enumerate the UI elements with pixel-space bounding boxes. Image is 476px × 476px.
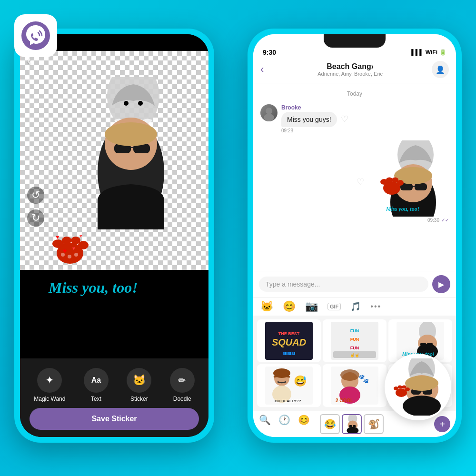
svg-text:😅: 😅: [294, 375, 307, 387]
wifi-icon: WiFi: [426, 49, 437, 56]
magic-wand-label: Magic Wand: [34, 396, 65, 402]
doodle-label: Doodle: [173, 396, 191, 402]
svg-point-33: [386, 178, 393, 183]
magic-wand-tool[interactable]: ✦ Magic Wand: [34, 368, 65, 402]
sent-sticker: Miss you, too!: [373, 140, 449, 217]
right-phone: 9:30 ▌▌▌ WiFi 🔋 ‹ Beach Gang› Adrienne, …: [248, 29, 462, 443]
outgoing-sticker-message: ♡: [260, 140, 449, 223]
search-sticker-icon[interactable]: 🔍: [259, 414, 271, 434]
editor-toolbar: ✦ Magic Wand Aa Text 🐱 Sticker ✏ Doodle: [20, 358, 208, 437]
miss-you-text: Miss you, too!: [49, 279, 199, 297]
incoming-message: Brooke Miss you guys! 09:28 ♡: [260, 104, 449, 133]
viber-logo: [14, 14, 57, 57]
sticker-time: 09:30: [427, 218, 439, 223]
avatar-image: [260, 104, 278, 121]
svg-point-19: [61, 253, 65, 257]
sender-name: Brooke: [281, 104, 337, 111]
emoji-panel-icon[interactable]: 😊: [283, 300, 296, 313]
svg-point-73: [347, 427, 359, 434]
add-sticker-button[interactable]: +: [434, 416, 450, 432]
camera-icon[interactable]: 📷: [305, 300, 318, 313]
svg-text:♥: ♥: [56, 234, 59, 240]
magic-wand-icon: ✦: [37, 368, 62, 393]
sticker-panel-icon[interactable]: 🐱: [260, 300, 273, 313]
text-icon: Aa: [84, 368, 109, 393]
svg-point-21: [68, 255, 71, 258]
sticker-cell-4[interactable]: 😅 OH REALLY??: [257, 364, 321, 407]
more-options-icon[interactable]: •••: [370, 302, 381, 311]
chat-messages: Today Brooke Miss you guys!: [253, 83, 456, 271]
read-ticks: ✓✓: [441, 218, 449, 223]
tool-buttons-row: ✦ Magic Wand Aa Text 🐱 Sticker ✏ Doodle: [25, 368, 204, 402]
message-text: Miss you guys!: [287, 116, 331, 123]
chat-title-area: Beach Gang› Adrienne, Amy, Brooke, Eric: [268, 62, 432, 77]
svg-point-35: [397, 180, 404, 186]
svg-text:SQUAD: SQUAD: [272, 337, 306, 347]
date-divider: Today: [260, 90, 449, 97]
svg-point-9: [105, 122, 157, 146]
undo-button[interactable]: ↺: [27, 187, 44, 204]
emoji-toolbar: 🐱 😊 📷 GIF 🎵 •••: [253, 297, 456, 316]
message-bubble: Miss you guys!: [281, 112, 337, 127]
sticker-thumb-2-selected[interactable]: [342, 414, 362, 434]
redo-button[interactable]: ↻: [27, 209, 44, 227]
status-icons: ▌▌▌ WiFi 🔋: [411, 49, 446, 56]
like-button[interactable]: ♡: [341, 114, 348, 124]
svg-text:2 COOL: 2 COOL: [336, 398, 353, 403]
left-phone: ‹: [14, 29, 214, 443]
svg-text:Miss you, too!: Miss you, too!: [386, 206, 419, 212]
input-bar: Type a message... ▶: [253, 271, 456, 297]
voice-icon[interactable]: 🎵: [350, 301, 361, 312]
person-sticker: [58, 58, 199, 248]
recent-sticker-icon[interactable]: 🕐: [278, 414, 290, 434]
sticker-like-button[interactable]: ♡: [357, 177, 364, 187]
chat-header: ‹ Beach Gang› Adrienne, Amy, Brooke, Eri…: [253, 57, 456, 83]
sticker-tool[interactable]: 🐱 Sticker: [127, 368, 151, 402]
svg-point-20: [74, 253, 78, 257]
sender-avatar: [260, 104, 278, 121]
text-tool[interactable]: Aa Text: [84, 368, 109, 402]
editor-canvas[interactable]: ‹: [20, 34, 208, 358]
svg-point-62: [340, 369, 359, 381]
chat-subtitle: Adrienne, Amy, Brooke, Eric: [268, 71, 432, 77]
save-sticker-button[interactable]: Save Sticker: [30, 408, 199, 430]
doodle-icon: ✏: [170, 368, 195, 393]
svg-rect-28: [415, 183, 427, 190]
sticker-cell-1[interactable]: THE BEST SQUAD 👥👥👥: [257, 319, 321, 362]
editor-area: ‹: [20, 34, 208, 437]
battery-icon: 🔋: [439, 49, 446, 56]
svg-point-12: [62, 237, 71, 244]
message-input[interactable]: Type a message...: [259, 277, 428, 292]
svg-text:FUN: FUN: [350, 328, 359, 333]
text-label: Text: [91, 396, 101, 402]
chat-back-button[interactable]: ‹: [260, 63, 264, 76]
sticker-cell-5[interactable]: 🐾 2 COOL: [323, 364, 387, 407]
svg-point-79: [405, 376, 438, 391]
svg-point-83: [398, 386, 402, 389]
sticker-label: Sticker: [130, 396, 148, 402]
sticker-bottom-bar: 🔍 🕐 😊 😂: [253, 411, 456, 437]
svg-text:FUN: FUN: [350, 337, 359, 342]
svg-text:🤘🤘: 🤘🤘: [350, 353, 359, 357]
sticker-cell-2[interactable]: FUN FUN FUN 🤘🤘: [323, 319, 387, 362]
svg-point-14: [78, 241, 89, 249]
emoji-sticker-icon[interactable]: 😊: [298, 414, 310, 434]
svg-point-22: [266, 108, 272, 114]
paw-sticker: ♥ ♥ ♥ ♥: [49, 227, 91, 273]
chat-title: Beach Gang›: [268, 62, 432, 71]
chat-settings-button[interactable]: 👤: [432, 61, 449, 78]
svg-point-2: [124, 101, 129, 106]
svg-point-82: [394, 387, 398, 390]
svg-text:♥: ♥: [79, 233, 82, 238]
left-phone-notch: [83, 34, 145, 48]
sticker-thumb-1[interactable]: 😂: [320, 414, 340, 434]
send-button[interactable]: ▶: [432, 275, 450, 293]
svg-text:🐾: 🐾: [358, 374, 369, 384]
doodle-tool[interactable]: ✏ Doodle: [170, 368, 195, 402]
svg-text:OH REALLY??: OH REALLY??: [275, 399, 301, 403]
selected-sticker-circle: [385, 354, 451, 420]
sticker-thumb-3[interactable]: 🐒: [364, 414, 384, 434]
gif-button[interactable]: GIF: [327, 303, 341, 310]
svg-point-85: [405, 387, 410, 391]
selected-sticker-thumbs: 😂 🐒: [320, 414, 384, 434]
